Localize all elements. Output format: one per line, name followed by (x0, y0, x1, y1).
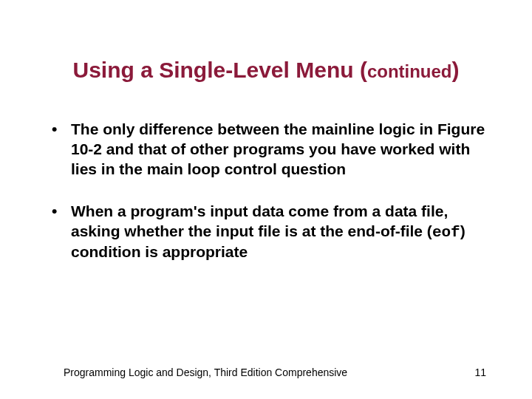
slide-body: • The only difference between the mainli… (52, 120, 488, 284)
bullet-text: The only difference between the mainline… (71, 120, 488, 180)
slide: Using a Single-Level Menu (continued) • … (0, 0, 532, 399)
title-open-paren: ( (360, 58, 367, 82)
footer-book-title: Programming Logic and Design, Third Edit… (64, 366, 347, 378)
title-continued: continued (367, 61, 452, 81)
slide-footer: Programming Logic and Design, Third Edit… (64, 366, 486, 378)
footer-page-number: 11 (474, 366, 486, 378)
bullet-item: • The only difference between the mainli… (52, 120, 488, 180)
eof-code: eof (432, 224, 460, 241)
bullet-prefix: When a program's input data come from a … (71, 202, 448, 239)
slide-title: Using a Single-Level Menu (continued) (0, 58, 532, 83)
bullet-item: • When a program's input data come from … (52, 202, 488, 263)
bullet-dot-icon: • (52, 120, 71, 140)
bullet-text: When a program's input data come from a … (71, 202, 488, 263)
title-close-paren: ) (452, 58, 460, 82)
bullet-dot-icon: • (52, 202, 71, 222)
title-main: Using a Single-Level Menu (72, 58, 359, 82)
